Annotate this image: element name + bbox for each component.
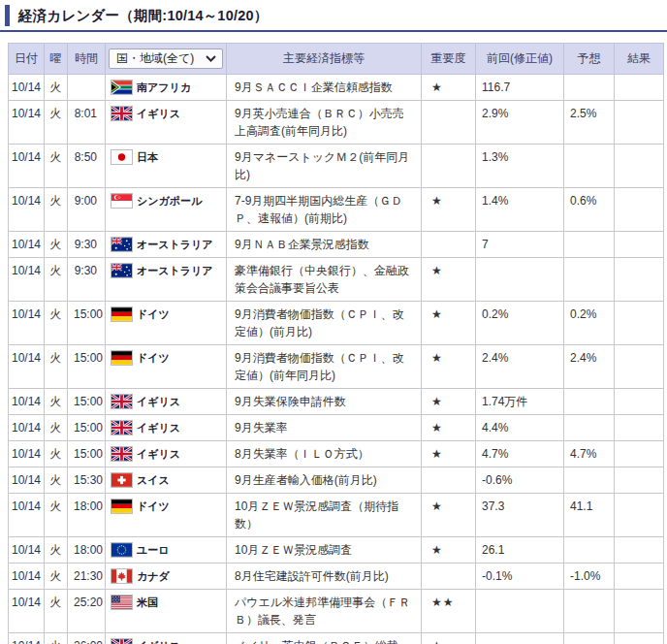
cell-forecast-value: 0.6% [564,188,615,232]
importance-stars: ★ [422,302,476,345]
cell-previous-value: 2.9% [476,101,564,145]
title-underline [0,30,667,32]
cell-indicator: 7-9月期四半期国内総生産（ＧＤＰ、速報値）(前期比) [227,188,422,232]
cell-date: 10/14 [9,302,45,345]
cell-time: 8:50 [68,145,106,188]
table-row: 10/14 火 9:30 オーストラリア 9月ＮＡＢ企業景況感指数 7 [9,232,664,258]
cell-indicator: 9月消費者物価指数（ＣＰＩ、改定値）(前月比) [227,302,422,345]
cell-country: イギリス [106,633,227,644]
cell-forecast-value [564,389,615,415]
cell-country: オーストラリア [106,258,227,302]
importance-stars: ★ [422,258,476,302]
cell-date: 10/14 [9,467,45,494]
cell-forecast-value: -1.0% [564,564,615,590]
economic-calendar-table: 日付 曜 時間 国・地域(全て) 主要経済指標等 重要度 前回(修正値) 予想 … [8,43,664,644]
cell-day: 火 [45,389,68,415]
cell-result-value [615,441,664,467]
table-row: 10/14 火 8:01 イギリス 9月英小売連合（ＢＲＣ）小売売上高調査(前年… [9,101,664,145]
cell-country: ドイツ [106,494,227,537]
col-header-previous: 前回(修正値) [476,44,564,75]
col-header-indicator: 主要経済指標等 [227,44,422,75]
cell-forecast-value: 41.1 [564,494,615,537]
cell-country: イギリス [106,101,227,145]
cell-indicator: 9月消費者物価指数（ＣＰＩ、改定値）(前年同月比) [227,345,422,389]
cell-previous-value: 1.74万件 [476,389,564,415]
table-row: 10/14 火 15:00 ドイツ 9月消費者物価指数（ＣＰＩ、改定値）(前月比… [9,302,664,345]
table-row: 10/14 火 18:00 ドイツ 10月ＺＥＷ景況感調査（期待指数） ★ 37… [9,494,664,537]
table-row: 10/14 火 15:00 ドイツ 9月消費者物価指数（ＣＰＩ、改定値）(前年同… [9,345,664,389]
cell-time: 21:30 [68,564,106,590]
col-header-result: 結果 [615,44,664,75]
cell-day: 火 [45,564,68,590]
importance-stars: ★ [422,188,476,232]
flag-icon-japan [111,150,132,164]
cell-result-value [615,188,664,232]
cell-time: 15:00 [68,389,106,415]
importance-stars: ★ [422,415,476,441]
cell-time: 18:00 [68,537,106,564]
cell-time: 15:00 [68,302,106,345]
country-name: 日本 [137,148,158,166]
cell-time: 15:00 [68,441,106,467]
cell-day: 火 [45,75,68,101]
table-row: 10/14 火 18:00 ユーロ 10月ＺＥＷ景況感調査 ★ 26.1 [9,537,664,564]
flag-icon-uk [111,395,132,408]
cell-previous-value: -0.1% [476,564,564,590]
cell-date: 10/14 [9,188,45,232]
cell-forecast-value [564,232,615,258]
importance-stars: ★ [422,537,476,564]
cell-forecast-value [564,467,615,494]
flag-icon-canada [111,569,132,583]
importance-stars: ★ [422,75,476,101]
col-header-forecast: 予想 [564,44,615,75]
country-name: スイス [137,471,170,489]
cell-previous-value: 0.2% [476,302,564,345]
country-name: ドイツ [137,349,170,367]
flag-icon-germany [111,307,132,321]
cell-date: 10/14 [9,415,45,441]
importance-stars [422,232,476,258]
table-row: 10/14 火 15:30 スイス 9月生産者輸入価格(前月比) -0.6% [9,467,664,494]
cell-time: 9:00 [68,188,106,232]
cell-previous-value [476,633,564,644]
country-name: イギリス [137,393,180,410]
cell-indicator: ベイリー英中銀（ＢＯＥ）総裁、発言 [227,633,422,644]
country-name: ユーロ [137,541,170,559]
cell-forecast-value [564,75,615,101]
region-filter-select[interactable]: 国・地域(全て) [109,48,223,69]
cell-day: 火 [45,345,68,389]
cell-forecast-value [564,633,615,644]
importance-stars [422,564,476,590]
table-row: 10/14 火 25:20 米国 パウエル米連邦準備理事会（ＦＲＢ）議長、発言 … [9,590,664,633]
cell-day: 火 [45,494,68,537]
cell-country: 日本 [106,145,227,188]
cell-forecast-value [564,415,615,441]
cell-date: 10/14 [9,145,45,188]
cell-forecast-value: 0.2% [564,302,615,345]
cell-time: 15:30 [68,467,106,494]
col-header-time: 時間 [68,44,106,75]
cell-country: 南アフリカ [106,75,227,101]
cell-indicator: 9月生産者輸入価格(前月比) [227,467,422,494]
cell-result-value [615,75,664,101]
cell-result-value [615,302,664,345]
cell-indicator: 10月ＺＥＷ景況感調査 [227,537,422,564]
cell-date: 10/14 [9,441,45,467]
table-row: 10/14 火 15:00 イギリス 8月失業率（ＩＬＯ方式） ★ 4.7% 4… [9,441,664,467]
cell-country: シンガポール [106,188,227,232]
cell-result-value [615,564,664,590]
importance-stars [422,145,476,188]
cell-date: 10/14 [9,101,45,145]
country-name: イギリス [137,637,180,644]
flag-icon-euro [111,543,132,557]
cell-indicator: 9月ＮＡＢ企業景況感指数 [227,232,422,258]
cell-day: 火 [45,232,68,258]
cell-day: 火 [45,590,68,633]
cell-previous-value [476,590,564,633]
cell-day: 火 [45,258,68,302]
cell-time: 9:30 [68,258,106,302]
cell-country: スイス [106,467,227,494]
cell-previous-value: 2.4% [476,345,564,389]
cell-previous-value: 26.1 [476,537,564,564]
cell-day: 火 [45,467,68,494]
